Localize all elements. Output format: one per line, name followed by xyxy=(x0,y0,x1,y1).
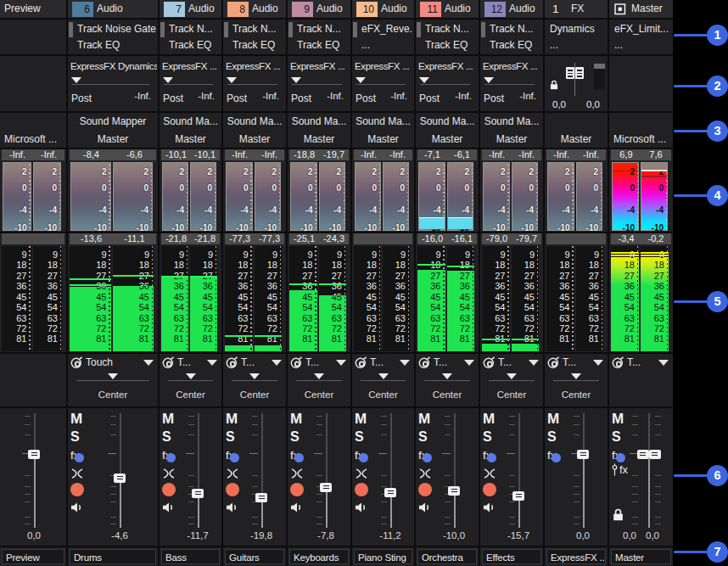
solo-button[interactable]: S xyxy=(547,429,557,445)
channel-name-field[interactable]: Effects xyxy=(482,549,541,564)
mute-button[interactable]: M xyxy=(162,411,174,428)
send-tap-label[interactable]: Post xyxy=(71,92,92,105)
solo-button[interactable]: S xyxy=(162,429,171,445)
peak-max-readout-right[interactable] xyxy=(383,233,412,244)
gain-lock-icon[interactable] xyxy=(550,78,558,93)
peak-max-readout-right[interactable]: -77,3 xyxy=(255,233,284,244)
vu-peak-readout-left[interactable]: -Inf. xyxy=(2,149,33,160)
send-name[interactable]: ExpressFX ... xyxy=(355,60,413,73)
peak-readout-bar[interactable] xyxy=(546,233,606,244)
solo-button[interactable]: S xyxy=(418,429,428,445)
send-slider-track[interactable] xyxy=(420,84,470,85)
output-device-selector[interactable]: Microsoft ... xyxy=(611,133,671,145)
mute-button[interactable]: M xyxy=(226,411,238,428)
send-name[interactable]: ExpressFX ... xyxy=(418,60,478,73)
channel-header-piano-sting[interactable]: 10Audio xyxy=(352,0,414,18)
vu-peak-readout-right[interactable]: -Inf. xyxy=(383,149,412,160)
solo-button[interactable]: S xyxy=(612,429,621,445)
channel-header-effects[interactable]: 12Audio xyxy=(480,0,543,18)
send-slider-thumb[interactable] xyxy=(484,77,494,83)
input-monitor-button[interactable] xyxy=(162,501,175,516)
fx-insert-item[interactable]: Track EQ xyxy=(232,38,284,53)
insert-list-scrollbar[interactable] xyxy=(288,22,293,37)
vu-peak-readout-left[interactable]: -Inf. xyxy=(546,149,576,160)
pan-slider-track[interactable] xyxy=(553,380,599,381)
vu-readout-bar[interactable]: -10,1-10,1 xyxy=(161,149,220,160)
peak-max-readout-right[interactable]: -11,1 xyxy=(113,233,156,244)
channel-header-drums[interactable]: 6Audio xyxy=(68,0,158,18)
chevron-down-icon[interactable] xyxy=(336,360,346,366)
pan-slider-track[interactable] xyxy=(424,380,470,381)
peak-max-readout-left[interactable]: -79,0 xyxy=(482,233,512,244)
fader-thumb[interactable] xyxy=(320,483,332,492)
peak-max-readout-left[interactable]: -16,0 xyxy=(417,233,447,244)
input-monitor-button[interactable] xyxy=(483,501,496,516)
output-bus-selector[interactable]: Master xyxy=(354,133,412,145)
send-slider-thumb[interactable] xyxy=(227,77,237,83)
channel-header-guitars[interactable]: 8Audio xyxy=(223,0,286,18)
peak-readout-bar[interactable]: -77,3-77,3 xyxy=(225,233,284,244)
chevron-down-icon[interactable] xyxy=(400,360,410,366)
send-name[interactable]: ExpressFX ... xyxy=(483,60,542,73)
output-device-selector[interactable]: Sound Mapper xyxy=(70,115,156,127)
master-fx-automation-button[interactable]: fx xyxy=(612,463,628,476)
vu-peak-readout-left[interactable]: 6,9 xyxy=(611,149,641,160)
send-name[interactable]: ExpressFX ... xyxy=(162,60,221,73)
channel-name-field[interactable]: Drums xyxy=(70,549,156,564)
send-tap-label[interactable]: Post xyxy=(291,92,311,105)
output-bus-selector[interactable]: Master xyxy=(417,133,477,145)
solo-button[interactable]: S xyxy=(226,429,235,445)
channel-header-preview[interactable]: Preview xyxy=(0,0,66,18)
output-device-selector[interactable]: Sound Ma... xyxy=(354,115,412,127)
output-bus-selector[interactable]: Master xyxy=(161,133,220,145)
fader-thumb[interactable] xyxy=(384,488,396,497)
send-slider-track[interactable] xyxy=(164,84,213,85)
vu-readout-bar[interactable]: -Inf.-Inf. xyxy=(2,149,64,160)
send-tap-label[interactable]: Post xyxy=(356,92,376,105)
send-name[interactable]: ExpressFX Dynamics xyxy=(70,60,157,73)
vu-peak-readout-right[interactable]: -19,7 xyxy=(319,149,349,160)
bus-input-gain-thumb-right[interactable] xyxy=(575,67,584,79)
peak-max-readout-left[interactable]: -21,8 xyxy=(161,233,191,244)
pan-slider-track[interactable] xyxy=(489,380,535,381)
phase-invert-button[interactable] xyxy=(290,467,304,482)
peak-max-readout-right[interactable]: -79,7 xyxy=(512,233,541,244)
pan-slider-thumb[interactable] xyxy=(571,373,581,379)
pan-slider-thumb[interactable] xyxy=(186,373,196,379)
channel-name-field[interactable]: Keyboards xyxy=(289,549,349,564)
mute-button[interactable]: M xyxy=(483,411,495,428)
chevron-down-icon[interactable] xyxy=(272,360,282,366)
bus-input-gain-thumb-left[interactable] xyxy=(566,67,574,79)
send-slider-thumb[interactable] xyxy=(419,77,429,83)
input-monitor-button[interactable] xyxy=(226,501,238,516)
channel-name-field[interactable]: Master xyxy=(611,549,671,564)
pan-slider-thumb[interactable] xyxy=(507,373,517,379)
fader-thumb[interactable] xyxy=(192,489,204,498)
insert-list-scrollbar[interactable] xyxy=(224,22,228,37)
chevron-down-icon[interactable] xyxy=(593,360,603,366)
output-bus-selector[interactable]: Master xyxy=(289,133,349,145)
vu-peak-readout-left[interactable]: -Inf. xyxy=(225,149,255,160)
fx-insert-item[interactable]: Track EQ xyxy=(169,38,220,53)
fx-insert-item[interactable]: Track EQ xyxy=(297,38,349,53)
phase-invert-button[interactable] xyxy=(418,467,432,482)
pan-slider-track[interactable] xyxy=(361,380,406,381)
send-tap-label[interactable]: Post xyxy=(163,92,183,105)
solo-button[interactable]: S xyxy=(355,429,364,445)
pan-slider-thumb[interactable] xyxy=(314,373,324,379)
record-arm-button[interactable] xyxy=(162,483,176,496)
pan-slider-track[interactable] xyxy=(232,380,277,381)
phase-invert-button[interactable] xyxy=(162,467,176,482)
input-monitor-button[interactable] xyxy=(418,501,431,516)
peak-readout-bar[interactable]: -25,1-24,3 xyxy=(289,233,349,244)
channel-name-field[interactable]: Bass xyxy=(161,549,220,564)
peak-max-readout-left[interactable] xyxy=(546,233,576,244)
vu-readout-bar[interactable]: 6,97,6 xyxy=(611,149,671,160)
peak-max-readout-left[interactable]: -3,4 xyxy=(611,233,641,244)
fx-insert-item[interactable]: Track N... xyxy=(232,22,284,36)
solo-button[interactable]: S xyxy=(70,429,80,445)
fx-insert-item[interactable]: ... xyxy=(550,38,606,53)
channel-header-keyboards[interactable]: 9Audio xyxy=(288,0,350,18)
peak-readout-bar[interactable] xyxy=(2,233,64,244)
peak-readout-bar[interactable] xyxy=(354,233,412,244)
